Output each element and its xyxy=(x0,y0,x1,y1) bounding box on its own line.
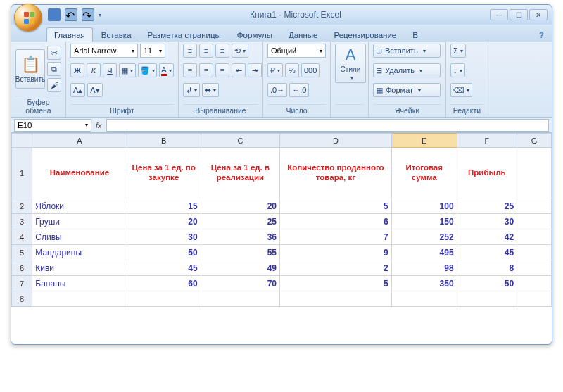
cell[interactable]: Киви xyxy=(32,260,127,276)
cell[interactable]: 49 xyxy=(201,260,279,276)
merge-button[interactable]: ⬌ xyxy=(202,83,219,97)
cell[interactable] xyxy=(517,229,552,245)
col-header-D[interactable]: D xyxy=(280,134,392,148)
cell[interactable]: Груши xyxy=(32,214,127,229)
cell[interactable] xyxy=(517,276,552,291)
italic-button[interactable]: К xyxy=(87,63,101,77)
cell[interactable]: Бананы xyxy=(32,276,127,291)
increase-decimal-button[interactable]: .0→ xyxy=(267,83,287,97)
align-center-button[interactable]: ≡ xyxy=(199,63,213,77)
align-middle-button[interactable]: ≡ xyxy=(199,44,213,58)
cell[interactable]: 20 xyxy=(201,198,279,214)
tab-home[interactable]: Главная xyxy=(46,27,93,42)
border-button[interactable]: ▦ xyxy=(119,63,136,77)
tab-formulas[interactable]: Формулы xyxy=(229,27,280,42)
cell[interactable]: 50 xyxy=(457,276,517,291)
minimize-button[interactable]: ─ xyxy=(490,9,508,20)
cell[interactable]: 15 xyxy=(127,198,201,214)
cell[interactable]: 5 xyxy=(280,198,392,214)
percent-button[interactable]: % xyxy=(285,63,299,77)
row-header[interactable]: 5 xyxy=(12,245,32,260)
row-header[interactable]: 7 xyxy=(12,276,32,291)
redo-icon[interactable]: ↷ xyxy=(82,8,94,21)
cell[interactable]: Сливы xyxy=(32,229,127,245)
cell[interactable]: 36 xyxy=(201,229,279,245)
orientation-button[interactable]: ⟲ xyxy=(232,44,248,58)
cell[interactable]: Мандарины xyxy=(32,245,127,260)
cell[interactable]: 30 xyxy=(457,214,517,229)
fill-color-button[interactable]: 🪣 xyxy=(138,63,157,77)
name-box[interactable]: E10▾ xyxy=(14,119,91,132)
decrease-indent-button[interactable]: ⇤ xyxy=(232,63,246,77)
cell[interactable]: 9 xyxy=(280,245,392,260)
cell[interactable]: 252 xyxy=(391,229,457,245)
cell[interactable]: 6 xyxy=(280,214,392,229)
autosum-button[interactable]: Σ xyxy=(450,44,466,58)
cell[interactable]: 55 xyxy=(201,245,279,260)
tab-review[interactable]: Рецензирование xyxy=(326,27,404,42)
cell-F1[interactable]: Прибыль xyxy=(457,148,517,198)
col-header-B[interactable]: B xyxy=(127,134,201,148)
cell[interactable]: 30 xyxy=(127,229,201,245)
row-header-1[interactable]: 1 xyxy=(12,148,32,198)
align-bottom-button[interactable]: ≡ xyxy=(215,44,229,58)
cell-E1[interactable]: Итоговая сумма xyxy=(391,148,457,198)
cell[interactable] xyxy=(517,214,552,229)
fx-icon[interactable]: fx xyxy=(96,121,102,129)
formula-input[interactable] xyxy=(106,119,549,132)
styles-button[interactable]: A Стили xyxy=(335,44,366,83)
row-header[interactable]: 3 xyxy=(12,214,32,229)
cell-A1[interactable]: Наименование xyxy=(32,148,127,198)
cell[interactable]: 50 xyxy=(127,245,201,260)
cell[interactable] xyxy=(517,245,552,260)
font-name-select[interactable]: Arial Narrow xyxy=(70,44,138,58)
cut-button[interactable]: ✂ xyxy=(47,46,61,60)
tab-pagelayout[interactable]: Разметка страницы xyxy=(140,27,229,42)
format-painter-button[interactable]: 🖌 xyxy=(47,78,61,92)
font-color-button[interactable]: A xyxy=(159,63,174,77)
cell[interactable]: 350 xyxy=(391,276,457,291)
cell-G1[interactable] xyxy=(517,148,552,198)
bold-button[interactable]: Ж xyxy=(70,63,84,77)
align-top-button[interactable]: ≡ xyxy=(183,44,197,58)
format-cells-button[interactable]: ▦Формат xyxy=(373,83,441,97)
maximize-button[interactable]: ☐ xyxy=(510,9,528,20)
align-left-button[interactable]: ≡ xyxy=(183,63,197,77)
col-header-G[interactable]: G xyxy=(517,134,552,148)
row-header[interactable]: 2 xyxy=(12,198,32,214)
insert-cells-button[interactable]: ⊞Вставить xyxy=(373,44,441,58)
cell[interactable] xyxy=(517,260,552,276)
cell[interactable]: 2 xyxy=(280,260,392,276)
currency-button[interactable]: ₽ xyxy=(267,63,283,77)
cell-D1[interactable]: Количество проданного товара, кг xyxy=(280,148,392,198)
select-all-corner[interactable] xyxy=(12,134,32,148)
cell[interactable]: 45 xyxy=(127,260,201,276)
tab-data[interactable]: Данные xyxy=(281,27,326,42)
cell[interactable]: 7 xyxy=(280,229,392,245)
cell[interactable]: 20 xyxy=(127,214,201,229)
cell[interactable]: 8 xyxy=(457,260,517,276)
increase-indent-button[interactable]: ⇥ xyxy=(248,63,262,77)
clear-button[interactable]: ⌫ xyxy=(450,83,472,97)
row-header[interactable]: 4 xyxy=(12,229,32,245)
cell[interactable]: 98 xyxy=(391,260,457,276)
col-header-F[interactable]: F xyxy=(457,134,517,148)
col-header-A[interactable]: A xyxy=(32,134,127,148)
tab-view[interactable]: В xyxy=(405,27,426,42)
row-header-8[interactable]: 8 xyxy=(12,291,32,307)
cell[interactable]: 495 xyxy=(391,245,457,260)
close-button[interactable]: ✕ xyxy=(529,9,548,20)
font-size-select[interactable]: 11 xyxy=(140,44,165,58)
cell[interactable]: 70 xyxy=(201,276,279,291)
help-button[interactable]: ? xyxy=(531,27,552,42)
cell[interactable]: 60 xyxy=(127,276,201,291)
copy-button[interactable]: ⧉ xyxy=(47,62,61,76)
cell[interactable] xyxy=(517,198,552,214)
cell[interactable]: 150 xyxy=(391,214,457,229)
cell[interactable]: 45 xyxy=(457,245,517,260)
align-right-button[interactable]: ≡ xyxy=(215,63,229,77)
undo-icon[interactable]: ↶ xyxy=(65,8,77,21)
fill-button[interactable]: ↓ xyxy=(450,63,465,77)
cell[interactable]: 42 xyxy=(457,229,517,245)
cell[interactable]: 25 xyxy=(457,198,517,214)
